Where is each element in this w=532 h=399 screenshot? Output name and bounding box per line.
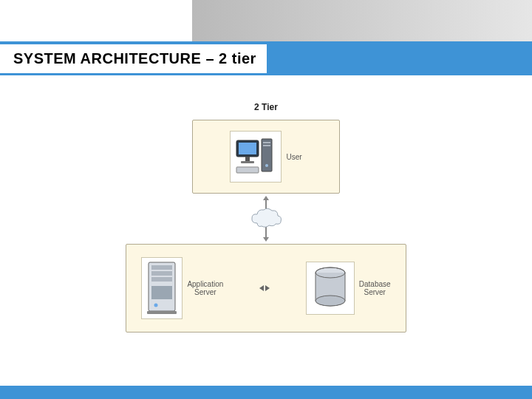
svg-rect-6 xyxy=(245,157,250,161)
svg-rect-1 xyxy=(263,142,270,143)
bottom-accent-bar xyxy=(0,386,532,399)
client-computer-icon xyxy=(230,131,282,183)
server-tier-box: Application Server Dat xyxy=(126,244,406,332)
svg-point-14 xyxy=(154,304,158,307)
svg-rect-10 xyxy=(151,265,172,270)
svg-point-3 xyxy=(265,164,268,167)
arrow-down-icon xyxy=(263,237,269,242)
slide-page: SYSTEM ARCHITECTURE – 2 tier 2 Tier xyxy=(0,0,532,399)
arrow-left-icon xyxy=(259,285,264,291)
slide-title: SYSTEM ARCHITECTURE – 2 tier xyxy=(0,44,267,73)
db-server-label-line1: Database xyxy=(359,280,391,288)
user-label: User xyxy=(286,153,301,161)
svg-rect-7 xyxy=(241,161,254,163)
title-bar: SYSTEM ARCHITECTURE – 2 tier xyxy=(0,41,532,75)
diagram-heading: 2 Tier xyxy=(0,102,532,112)
app-server-group: Application Server xyxy=(141,257,223,319)
svg-rect-12 xyxy=(151,277,172,282)
horizontal-connector xyxy=(259,285,270,291)
app-server-label-line1: Application xyxy=(187,280,223,288)
svg-rect-13 xyxy=(151,286,172,299)
arrow-right-icon xyxy=(265,285,270,291)
diagram-area: 2 Tier xyxy=(0,89,532,384)
top-gradient-bar xyxy=(192,0,532,41)
user-block: User xyxy=(230,131,301,183)
svg-rect-15 xyxy=(147,311,177,314)
svg-rect-5 xyxy=(239,143,256,154)
svg-rect-8 xyxy=(236,167,259,173)
user-tier-box: User xyxy=(192,120,340,194)
app-server-label: Application Server xyxy=(187,280,223,296)
svg-rect-2 xyxy=(263,145,270,146)
app-server-icon xyxy=(141,257,183,319)
db-server-label-line2: Server xyxy=(364,288,385,296)
db-server-label: Database Server xyxy=(359,280,391,296)
db-server-group: Database Server xyxy=(306,262,391,315)
svg-rect-11 xyxy=(151,271,172,276)
svg-point-17 xyxy=(316,296,345,306)
cloud-icon xyxy=(250,207,282,232)
app-server-label-line2: Server xyxy=(194,288,216,296)
db-server-icon xyxy=(306,262,355,315)
